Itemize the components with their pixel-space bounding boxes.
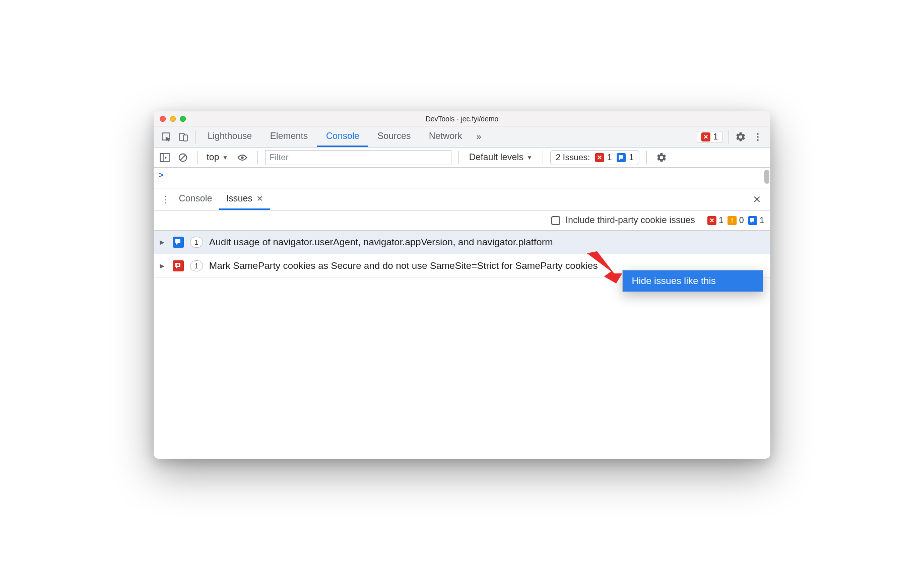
divider (729, 130, 729, 144)
devtools-window: DevTools - jec.fyi/demo Lighthouse Eleme… (154, 111, 770, 459)
clear-console-icon[interactable] (176, 150, 190, 165)
svg-rect-7 (160, 154, 163, 162)
error-icon: ✕ (707, 216, 716, 225)
svg-point-5 (757, 139, 759, 141)
svg-point-4 (757, 136, 759, 138)
error-chip-icon (173, 260, 184, 271)
warning-icon: ! (728, 216, 737, 225)
caret-down-icon: ▼ (526, 154, 533, 161)
tab-network[interactable]: Network (420, 126, 471, 147)
issues-info-count: 1 (629, 153, 633, 163)
issue-counts: ✕1 !0 1 (707, 216, 764, 226)
divider (197, 151, 197, 164)
disclosure-triangle-icon[interactable]: ▶ (160, 236, 167, 246)
third-party-checkbox[interactable] (551, 216, 560, 225)
settings-icon[interactable] (732, 128, 749, 146)
top-error-badge[interactable]: ✕ 1 (697, 131, 722, 143)
drawer-tab-issues[interactable]: Issues ✕ (219, 188, 270, 210)
info-icon (748, 216, 757, 225)
context-label: top (207, 152, 219, 163)
svg-point-10 (241, 156, 243, 159)
toggle-sidebar-icon[interactable] (158, 150, 172, 165)
issue-count-badge: 1 (190, 260, 203, 271)
console-filter-input[interactable] (265, 150, 451, 165)
close-tab-icon[interactable]: ✕ (256, 194, 263, 203)
levels-label: Default levels (469, 152, 523, 163)
issue-title: Audit usage of navigator.userAgent, navi… (209, 236, 764, 249)
error-icon: ✕ (595, 153, 604, 162)
drawer-tabbar: ⋮ Console Issues ✕ ✕ (154, 188, 770, 210)
drawer-tab-label: Console (179, 193, 212, 204)
disclosure-triangle-icon[interactable]: ▶ (160, 259, 167, 269)
scrollbar-thumb[interactable] (764, 170, 769, 184)
console-toolbar: top ▼ Default levels ▼ 2 Issues: ✕1 1 (154, 148, 770, 168)
log-levels-selector[interactable]: Default levels ▼ (466, 152, 536, 163)
inspect-element-icon[interactable] (158, 128, 175, 146)
issues-filter-bar: Include third-party cookie issues ✕1 !0 … (154, 210, 770, 231)
error-icon: ✕ (701, 132, 710, 141)
tab-lighthouse[interactable]: Lighthouse (199, 126, 261, 147)
svg-rect-2 (183, 135, 187, 141)
minimize-window-button[interactable] (170, 116, 176, 122)
drawer-panel: ⋮ Console Issues ✕ ✕ Include third-party… (154, 188, 770, 459)
info-chip-icon (173, 237, 184, 248)
hide-issues-menu-item[interactable]: Hide issues like this (623, 270, 763, 292)
divider (543, 151, 543, 164)
close-drawer-icon[interactable]: ✕ (749, 193, 765, 205)
maximize-window-button[interactable] (180, 116, 186, 122)
issue-count-badge: 1 (190, 237, 203, 248)
top-error-count: 1 (713, 132, 718, 141)
window-title: DevTools - jec.fyi/demo (154, 115, 770, 123)
svg-point-3 (757, 133, 759, 135)
tab-console[interactable]: Console (317, 126, 368, 147)
device-toolbar-icon[interactable] (175, 128, 192, 146)
drawer-tab-console[interactable]: Console (172, 188, 219, 210)
drawer-more-options-icon[interactable]: ⋮ (159, 194, 172, 205)
live-expression-icon[interactable] (234, 150, 250, 165)
titlebar: DevTools - jec.fyi/demo (154, 111, 770, 126)
count-info: 1 (760, 216, 764, 226)
tab-sources[interactable]: Sources (368, 126, 420, 147)
count-warnings: 0 (739, 216, 744, 226)
count-errors: 1 (719, 216, 723, 226)
tabs-overflow-button[interactable]: » (471, 131, 486, 142)
main-tabs: Lighthouse Elements Console Sources Netw… (199, 126, 471, 147)
close-window-button[interactable] (160, 116, 166, 122)
console-input-area[interactable]: > (154, 168, 770, 188)
divider (458, 151, 459, 164)
drawer-tab-label: Issues (226, 193, 252, 204)
issues-summary-label: 2 Issues: (556, 153, 590, 163)
execution-context-selector[interactable]: top ▼ (205, 152, 230, 163)
info-icon (617, 153, 626, 162)
more-options-icon[interactable] (749, 128, 766, 146)
svg-line-9 (180, 155, 186, 160)
third-party-label: Include third-party cookie issues (565, 215, 695, 226)
context-menu: Hide issues like this (622, 270, 763, 292)
main-tabbar: Lighthouse Elements Console Sources Netw… (154, 126, 770, 148)
issue-row[interactable]: ▶ 1 Audit usage of navigator.userAgent, … (154, 231, 770, 254)
divider (195, 130, 195, 144)
caret-down-icon: ▼ (222, 154, 228, 161)
tab-elements[interactable]: Elements (261, 126, 317, 147)
window-controls (154, 116, 186, 122)
divider (646, 151, 647, 164)
console-settings-icon[interactable] (654, 150, 669, 165)
divider (257, 151, 258, 164)
issues-error-count: 1 (607, 153, 612, 163)
console-prompt: > (159, 171, 163, 179)
issues-summary-pill[interactable]: 2 Issues: ✕1 1 (550, 150, 639, 165)
